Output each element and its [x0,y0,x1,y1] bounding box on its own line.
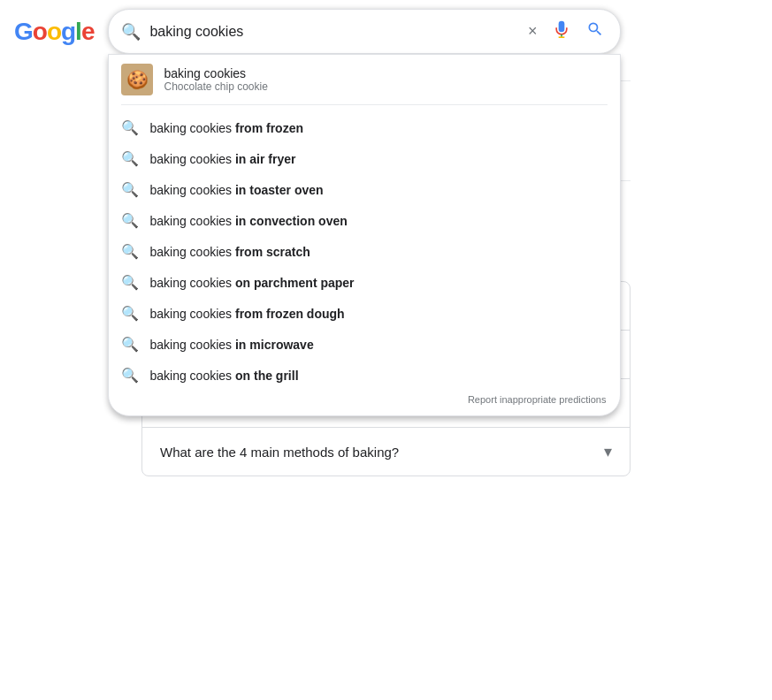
search-submit-icon [586,20,604,42]
cookie-thumbnail: 🍪 [121,64,153,95]
autocomplete-suggestion-text: baking cookies on the grill [149,369,298,383]
autocomplete-suggestion-text: baking cookies from scratch [149,245,310,259]
autocomplete-item[interactable]: 🔍 baking cookies from scratch [109,236,620,267]
autocomplete-item[interactable]: 🔍 baking cookies on parchment paper [109,267,620,298]
autocomplete-dropdown: 🍪 baking cookies Chocolate chip cookie 🔍… [108,54,621,416]
suggestion-search-icon: 🔍 [121,243,139,260]
logo-g: G [14,18,33,45]
google-logo: Google [14,18,94,46]
autocomplete-suggestion-text: baking cookies on parchment paper [149,276,354,290]
autocomplete-suggestion-text: baking cookies in toaster oven [149,183,323,197]
logo-e: e [81,18,95,45]
suggestion-search-icon: 🔍 [121,212,139,229]
microphone-icon [553,20,570,42]
search-actions: × [524,17,608,46]
autocomplete-item[interactable]: 🔍 baking cookies on the grill [109,360,620,391]
search-input[interactable] [149,24,516,40]
chevron-down-icon: ▾ [604,442,612,461]
autocomplete-divider [121,104,608,105]
suggestion-search-icon: 🔍 [121,336,139,353]
suggestion-search-icon: 🔍 [121,274,139,291]
header: Google 🔍 × [0,0,772,63]
autocomplete-item[interactable]: 🔍 baking cookies in air fryer [109,143,620,174]
paa-question: What are the 4 main methods of baking? [160,445,399,460]
search-bar: 🔍 × [108,9,621,54]
autocomplete-first-text: baking cookies Chocolate chip cookie [164,66,267,93]
suggestion-search-icon: 🔍 [121,181,139,198]
autocomplete-first-item[interactable]: 🍪 baking cookies Chocolate chip cookie [109,55,620,104]
suggestion-search-icon: 🔍 [121,367,139,384]
autocomplete-item[interactable]: 🔍 baking cookies in toaster oven [109,174,620,205]
autocomplete-item[interactable]: 🔍 baking cookies from frozen dough [109,298,620,329]
autocomplete-first-title: baking cookies [164,66,267,80]
logo-g2: g [61,18,75,45]
autocomplete-item[interactable]: 🔍 baking cookies in convection oven [109,205,620,236]
logo-o2: o [47,18,61,45]
autocomplete-item[interactable]: 🔍 baking cookies in microwave [109,329,620,360]
autocomplete-suggestion-text: baking cookies in air fryer [149,152,295,166]
report-link[interactable]: Report inappropriate predictions [109,391,620,408]
search-wrapper: 🔍 × [108,9,621,54]
clear-icon: × [528,22,538,41]
autocomplete-suggestion-text: baking cookies from frozen [149,121,303,135]
search-submit-button[interactable] [583,17,608,46]
autocomplete-suggestion-text: baking cookies from frozen dough [149,307,344,321]
search-icon-left: 🔍 [121,22,141,42]
clear-button[interactable]: × [524,19,541,44]
voice-button[interactable] [549,17,574,46]
suggestion-search-icon: 🔍 [121,119,139,136]
suggestion-search-icon: 🔍 [121,150,139,167]
autocomplete-item[interactable]: 🔍 baking cookies from frozen [109,112,620,143]
paa-item[interactable]: What are the 4 main methods of baking? ▾ [142,428,630,476]
suggestion-search-icon: 🔍 [121,305,139,322]
logo-o1: o [33,18,47,45]
autocomplete-first-subtitle: Chocolate chip cookie [164,80,267,93]
autocomplete-suggestion-text: baking cookies in microwave [149,338,313,352]
autocomplete-suggestion-text: baking cookies in convection oven [149,214,347,228]
logo-l: l [75,18,81,45]
